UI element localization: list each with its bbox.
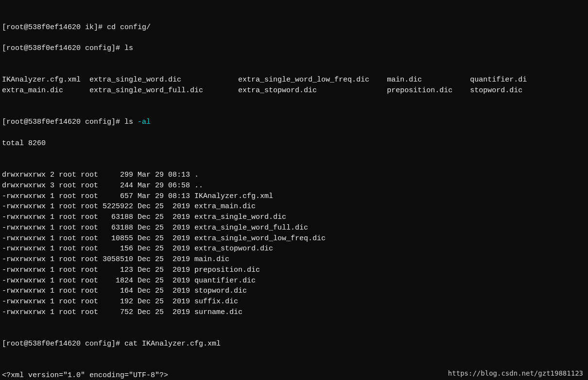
ls-al-row: -rwxrwxrwx 1 root root 657 Mar 29 08:13 …: [2, 191, 586, 202]
prompt-line: [root@538f0ef14620 ik]# cd config/: [2, 22, 586, 33]
ls-al-row: -rwxrwxrwx 1 root root 156 Dec 25 2019 e…: [2, 244, 586, 254]
ls-al-row: -rwxrwxrwx 1 root root 63188 Dec 25 2019…: [2, 212, 586, 223]
prompt-line: [root@538f0ef14620 config]# ls: [2, 43, 586, 54]
ls-al-row: -rwxrwxrwx 1 root root 752 Dec 25 2019 s…: [2, 307, 586, 318]
command-ls-al-flag: -al: [138, 118, 151, 126]
ls-al-row: drwxrwxrwx 2 root root 299 Mar 29 08:13 …: [2, 170, 586, 181]
ls-al-row: -rwxrwxrwx 1 root root 3058510 Dec 25 20…: [2, 254, 586, 265]
ls-al-row: drwxrwxrwx 3 root root 244 Mar 29 06:58 …: [2, 181, 586, 191]
ls-al-row: -rwxrwxrwx 1 root root 192 Dec 25 2019 s…: [2, 297, 586, 307]
ls-al-total: total 8260: [2, 138, 586, 149]
command-ls: ls: [124, 44, 133, 52]
command-cat: cat IKAnalyzer.cfg.xml: [124, 340, 221, 348]
ls-al-row: -rwxrwxrwx 1 root root 5225922 Dec 25 20…: [2, 201, 586, 212]
ls-row: IKAnalyzer.cfg.xml extra_single_word.dic…: [2, 75, 586, 85]
ls-al-row: -rwxrwxrwx 1 root root 1824 Dec 25 2019 …: [2, 276, 586, 286]
prompt-line: [root@538f0ef14620 config]# cat IKAnalyz…: [2, 339, 586, 349]
prompt: [root@538f0ef14620 ik]#: [2, 23, 107, 32]
prompt: [root@538f0ef14620 config]#: [2, 44, 124, 52]
prompt: [root@538f0ef14620 config]#: [2, 118, 124, 126]
prompt: [root@538f0ef14620 config]#: [2, 340, 124, 348]
command-ls-al-pre: ls: [124, 118, 138, 126]
ls-al-row: -rwxrwxrwx 1 root root 10855 Dec 25 2019…: [2, 233, 586, 244]
ls-al-row: -rwxrwxrwx 1 root root 164 Dec 25 2019 s…: [2, 286, 586, 297]
ls-al-row: -rwxrwxrwx 1 root root 123 Dec 25 2019 p…: [2, 265, 586, 276]
prompt-line: [root@538f0ef14620 config]# ls -al: [2, 117, 586, 128]
ls-al-output: drwxrwxrwx 2 root root 299 Mar 29 08:13 …: [2, 170, 586, 318]
terminal[interactable]: [root@538f0ef14620 ik]# cd config/ [root…: [0, 0, 588, 380]
ls-al-row: -rwxrwxrwx 1 root root 63188 Dec 25 2019…: [2, 223, 586, 233]
ls-output: IKAnalyzer.cfg.xml extra_single_word.dic…: [2, 75, 586, 96]
ls-row: extra_main.dic extra_single_word_full.di…: [2, 85, 586, 96]
command-cd: cd config/: [107, 23, 151, 32]
watermark: https://blog.csdn.net/gzt19881123: [448, 368, 583, 378]
